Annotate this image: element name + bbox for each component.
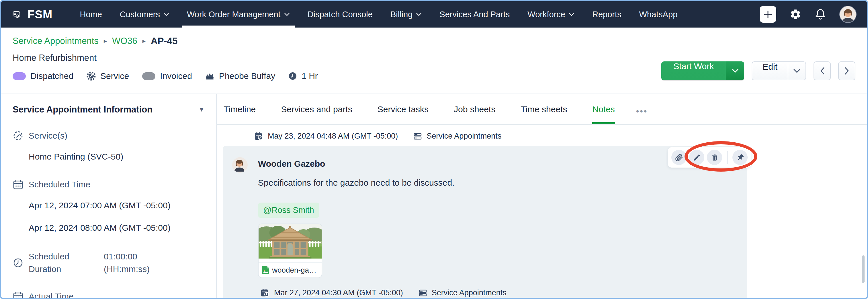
field-label: Scheduled Duration [29,250,95,275]
calendar-icon [12,179,24,190]
service-gear-icon [12,130,24,141]
gazebo-photo [258,224,322,262]
breadcrumb-service-appointments[interactable]: Service Appointments [12,36,99,46]
duration-label: 1 Hr [302,71,318,81]
attachment-thumbnail[interactable]: wooden-gaze... [258,223,322,278]
chevron-down-icon [163,12,169,16]
pencil-icon [693,154,701,162]
appointment-info-panel: Service Appointment Information ▼ Servic… [1,94,217,298]
user-avatar[interactable] [839,6,857,23]
attachment-name[interactable]: wooden-gaze... [272,266,318,275]
tabs-bar: Timeline Services and parts Service task… [217,94,867,125]
note-title: Wooden Gazebo [258,159,454,169]
main-nav: Home Customers Work Order Management Dis… [71,1,686,28]
create-new-button[interactable] [760,6,776,23]
chevron-down-icon [732,69,739,73]
nav-item-reports[interactable]: Reports [583,1,630,28]
chevron-right-icon [845,67,849,75]
main-area: Service Appointment Information ▼ Servic… [1,94,867,298]
plus-icon [764,10,772,19]
avatar-photo-icon [232,157,247,171]
nav-item-customers[interactable]: Customers [111,1,178,28]
assignee-label: Pheobe Buffay [219,71,275,81]
next-record-button[interactable] [838,61,856,80]
previous-record-button[interactable] [813,61,831,80]
duration-value: 01:00:00 (HH:mm:ss) [104,250,205,275]
app-window: FSM Home Customers Work Order Management… [0,0,868,299]
nav-item-home[interactable]: Home [71,1,111,28]
note-module: Service Appointments [427,132,501,141]
brand-name: FSM [28,8,53,21]
tab-time-sheets[interactable]: Time sheets [521,94,567,124]
tab-services-and-parts[interactable]: Services and parts [281,94,352,124]
notifications-button[interactable] [815,8,826,20]
chevron-down-icon [284,12,290,16]
note-meta-top: May 23, 2024 04:48 AM (GMT -05:00) Servi… [254,132,867,141]
scheduled-to: Apr 12, 2024 08:00 AM (GMT -05:00) [29,221,205,235]
field-value: Home Painting (SVC-50) [29,150,205,164]
start-work-button[interactable]: Start Work [661,61,726,80]
nav-item-services-and-parts[interactable]: Services And Parts [431,1,519,28]
nav-item-whatsapp[interactable]: WhatsApp [630,1,686,28]
nav-item-work-order-management[interactable]: Work Order Management [178,1,299,28]
fsm-logo-icon [11,9,22,20]
scheduled-from: Apr 12, 2024 07:00 AM (GMT -05:00) [29,198,205,212]
tab-service-tasks[interactable]: Service tasks [377,94,429,124]
chevron-down-icon [416,12,422,16]
edit-button[interactable]: Edit [752,62,788,80]
service-gear-icon [87,72,96,81]
image-file-icon [262,266,269,275]
mention-chip[interactable]: @Ross Smith [258,202,319,218]
avatar-photo-icon [840,6,856,22]
start-work-split-button: Start Work [661,61,744,80]
calendar-icon [12,291,24,299]
edit-split-button: Edit [752,61,806,80]
edit-dropdown-button[interactable] [788,62,806,80]
calendar-clock-icon [254,132,263,141]
note-module: Service Appointments [432,289,506,297]
settings-button[interactable] [789,8,802,20]
field-scheduled-time: Scheduled Time Apr 12, 2024 07:00 AM (GM… [12,179,205,235]
field-label: Scheduled Time [29,180,90,189]
vertical-scrollbar[interactable] [862,255,865,283]
module-layers-icon [413,132,422,141]
tab-notes[interactable]: Notes [592,94,615,124]
record-tabs-content: Timeline Services and parts Service task… [217,94,867,298]
attach-button[interactable] [671,150,686,165]
record-header: Service Appointments ▸ WO36 ▸ AP-45 Home… [1,28,867,94]
nav-item-dispatch-console[interactable]: Dispatch Console [299,1,381,28]
note-datetime: Mar 27, 2024 04:30 AM (GMT -05:00) [274,289,403,297]
duration-badge: 1 Hr [288,71,318,81]
navbar-actions [760,1,857,28]
pin-note-button[interactable] [733,150,748,165]
status-badge: Dispatched [12,71,73,81]
field-scheduled-duration: Scheduled Duration 01:00:00 (HH:mm:ss) [12,250,205,275]
tab-job-sheets[interactable]: Job sheets [454,94,495,124]
collapse-panel-button[interactable]: ▼ [198,106,205,113]
nav-item-billing[interactable]: Billing [381,1,431,28]
status-label: Dispatched [30,71,73,81]
more-tabs-button[interactable]: ••• [636,96,648,124]
note-author-avatar [232,157,248,173]
bell-icon [815,8,826,20]
panel-title: Service Appointment Information [12,105,153,115]
assignee-badge: Pheobe Buffay [205,71,275,81]
record-actions: Start Work Edit [661,61,856,80]
note-body: Specifications for the gazebo need to be… [258,178,454,188]
delete-note-button[interactable] [707,150,722,165]
nav-item-workforce[interactable]: Workforce [519,1,583,28]
type-label: Service [100,71,129,81]
edit-note-button[interactable] [689,150,704,165]
start-work-dropdown-button[interactable] [726,61,744,80]
tab-timeline[interactable]: Timeline [224,94,256,124]
chevron-left-icon [820,67,825,75]
breadcrumb-wo36[interactable]: WO36 [112,36,137,46]
breadcrumb-current: AP-45 [151,35,178,47]
brand: FSM [11,1,53,28]
billing-pill-icon [142,72,155,80]
field-services: Service(s) Home Painting (SVC-50) [12,130,205,164]
top-navbar: FSM Home Customers Work Order Management… [1,1,867,28]
breadcrumb: Service Appointments ▸ WO36 ▸ AP-45 [12,35,856,47]
breadcrumb-separator-icon: ▸ [104,37,107,45]
pin-icon [736,154,744,162]
